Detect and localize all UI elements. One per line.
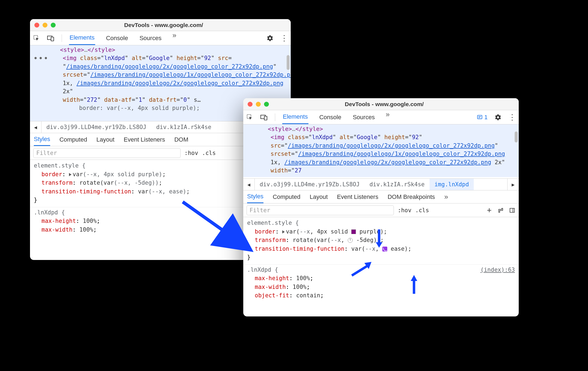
main-toolbar: Elements Console Sources » ⋮	[30, 31, 291, 45]
inspect-icon[interactable]	[246, 113, 254, 121]
tab-sources[interactable]: Sources	[139, 31, 162, 45]
minimize-icon[interactable]	[43, 23, 47, 28]
subtab-styles[interactable]: Styles	[34, 133, 50, 146]
angle-swatch-icon[interactable]	[348, 238, 353, 243]
devtools-window-after: DevTools - www.google.com/ Elements Cons…	[243, 98, 519, 316]
rule-selector: element.style {	[247, 219, 515, 228]
brush-icon[interactable]	[497, 207, 504, 214]
subtab-dom[interactable]: DOM Breakpoints	[388, 190, 435, 203]
subtab-styles[interactable]: Styles	[247, 190, 263, 203]
tabs-overflow-icon[interactable]: »	[386, 110, 389, 124]
bezier-swatch-icon[interactable]	[382, 247, 387, 252]
subtab-computed[interactable]: Computed	[59, 133, 87, 146]
ellipsis-icon[interactable]: •••	[33, 53, 49, 64]
rule-selector-2: .lnXdpd {	[247, 267, 278, 273]
tab-console[interactable]: Console	[106, 31, 129, 45]
titlebar: DevTools - www.google.com/	[30, 19, 291, 31]
scrollbar[interactable]	[515, 131, 518, 142]
dom-tree[interactable]: <style>…</style> <img class="lnXdpd" alt…	[243, 124, 519, 178]
tab-console[interactable]: Console	[319, 110, 342, 124]
kebab-icon[interactable]: ⋮	[280, 34, 288, 42]
cls-toggle[interactable]: .cls	[202, 150, 216, 156]
subtab-listeners[interactable]: Event Listeners	[337, 190, 379, 203]
styles-subtabs: Styles Computed Layout Event Listeners D…	[243, 190, 519, 204]
tabs-overflow-icon[interactable]: »	[172, 31, 176, 45]
expand-icon[interactable]	[69, 173, 71, 176]
titlebar: DevTools - www.google.com/	[243, 98, 519, 110]
subtab-listeners[interactable]: Event Listeners	[124, 133, 165, 146]
img-element[interactable]: <img class="lnXdpd" alt="Google" height=…	[271, 133, 514, 175]
crumb-left-icon[interactable]: ◀	[30, 121, 41, 133]
crumb-left-icon[interactable]: ◀	[243, 179, 255, 190]
filter-bar: Filter :hov .cls +	[243, 204, 519, 217]
hov-toggle[interactable]: :hov	[184, 150, 198, 156]
hov-toggle[interactable]: :hov	[398, 207, 412, 214]
device-icon[interactable]	[47, 34, 55, 42]
traffic-lights	[34, 23, 56, 28]
close-icon[interactable]	[248, 102, 253, 107]
style-tag-collapsed: <style>…</style>	[268, 125, 514, 133]
window-title: DevTools - www.google.com/	[56, 22, 272, 28]
main-toolbar: Elements Console Sources » 1 ⋮	[243, 110, 519, 124]
subtab-dom[interactable]: DOM	[174, 133, 188, 146]
crumb-2[interactable]: div.k1zIA.rSk4se	[151, 121, 216, 133]
breadcrumb: ◀ div.o3j99.LLD4me.yr19Zb.LS8OJ div.k1zI…	[243, 178, 519, 190]
inspect-icon[interactable]	[33, 34, 40, 42]
device-icon[interactable]	[260, 113, 268, 121]
svg-rect-6	[478, 115, 482, 119]
color-swatch-icon[interactable]	[351, 229, 356, 234]
close-icon[interactable]	[34, 23, 39, 28]
subtabs-overflow-icon[interactable]: »	[444, 193, 448, 201]
subtab-layout[interactable]: Layout	[96, 133, 114, 146]
gear-icon[interactable]	[494, 113, 502, 121]
gear-icon[interactable]	[266, 34, 274, 42]
filter-input[interactable]: Filter	[33, 148, 181, 158]
scrollbar[interactable]	[287, 55, 290, 70]
crumb-2[interactable]: div.k1zIA.rSk4se	[365, 179, 430, 190]
tab-elements[interactable]: Elements	[69, 31, 95, 45]
expand-icon[interactable]	[282, 230, 285, 234]
source-link[interactable]: (index):63	[481, 266, 515, 274]
tab-sources[interactable]: Sources	[352, 110, 375, 124]
new-rule-icon[interactable]: +	[486, 207, 493, 214]
svg-rect-5	[264, 116, 267, 120]
style-tag-collapsed: <style>…</style>	[60, 46, 286, 54]
kebab-icon[interactable]: ⋮	[508, 113, 516, 121]
tab-elements[interactable]: Elements	[282, 110, 308, 124]
styles-pane[interactable]: element.style { border: var(--x, 4px sol…	[243, 217, 519, 302]
zoom-icon[interactable]	[264, 102, 269, 107]
subtab-computed[interactable]: Computed	[273, 190, 301, 203]
cls-toggle[interactable]: .cls	[415, 207, 429, 214]
svg-rect-9	[510, 208, 515, 212]
traffic-lights	[248, 102, 269, 107]
svg-rect-2	[51, 37, 54, 41]
minimize-icon[interactable]	[256, 102, 261, 107]
crumb-right-icon[interactable]: ▶	[507, 179, 519, 190]
panel-icon[interactable]	[509, 207, 515, 214]
subtab-layout[interactable]: Layout	[310, 190, 328, 203]
filter-input[interactable]: Filter	[247, 205, 394, 215]
crumb-1[interactable]: div.o3j99.LLD4me.yr19Zb.LS8OJ	[41, 121, 151, 133]
issues-badge[interactable]: 1	[477, 114, 488, 121]
zoom-icon[interactable]	[51, 23, 56, 28]
crumb-1[interactable]: div.o3j99.LLD4me.yr19Zb.LS8OJ	[255, 179, 365, 190]
crumb-3[interactable]: img.lnXdpd	[430, 179, 474, 190]
window-title: DevTools - www.google.com/	[269, 101, 500, 107]
